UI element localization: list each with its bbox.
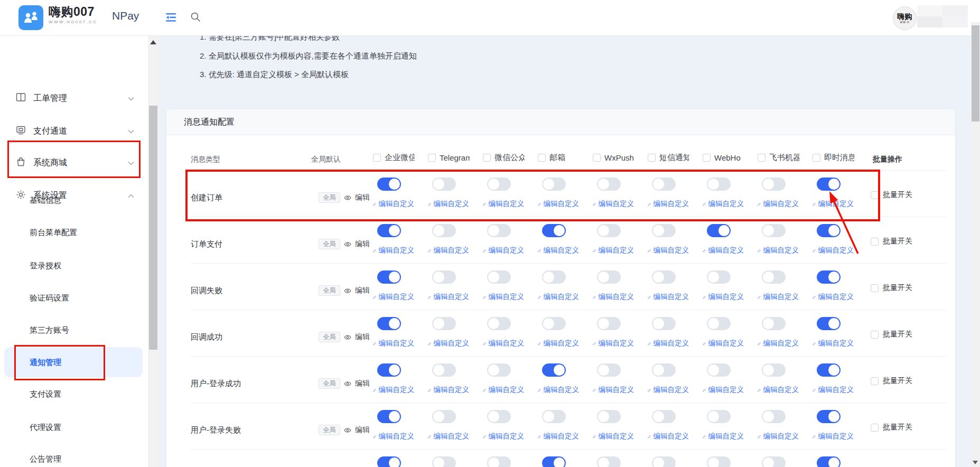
- notification-toggle[interactable]: [707, 456, 731, 467]
- notification-toggle[interactable]: [817, 317, 841, 330]
- notification-toggle[interactable]: [707, 224, 731, 237]
- notification-toggle[interactable]: [707, 270, 731, 284]
- notification-toggle[interactable]: [652, 410, 676, 423]
- notification-toggle[interactable]: [652, 317, 676, 330]
- sidebar-item-captcha[interactable]: 验证码设置: [0, 285, 148, 311]
- notification-toggle[interactable]: [762, 317, 786, 330]
- notification-toggle[interactable]: [377, 363, 401, 377]
- notification-toggle[interactable]: [762, 456, 786, 467]
- notification-toggle[interactable]: [487, 456, 511, 467]
- sidebar-group-system-mall[interactable]: 系统商城: [0, 148, 148, 178]
- edit-custom-link[interactable]: 编辑自定义: [373, 385, 414, 395]
- notification-toggle[interactable]: [597, 178, 621, 191]
- notification-toggle[interactable]: [432, 178, 456, 191]
- notification-toggle[interactable]: [487, 410, 511, 423]
- batch-toggle-checkbox[interactable]: [871, 284, 879, 292]
- channel-select-checkbox[interactable]: [373, 154, 381, 162]
- notification-toggle[interactable]: [707, 410, 731, 423]
- edit-custom-link[interactable]: 编辑自定义: [703, 199, 744, 209]
- user-avatar[interactable]: 嗨购 WW.H: [893, 6, 917, 30]
- notification-toggle[interactable]: [762, 270, 786, 284]
- notification-toggle[interactable]: [377, 270, 401, 284]
- notification-toggle[interactable]: [542, 224, 566, 237]
- channel-select-checkbox[interactable]: [703, 154, 711, 162]
- notification-toggle[interactable]: [542, 317, 566, 330]
- notification-toggle[interactable]: [817, 224, 841, 237]
- batch-toggle-checkbox[interactable]: [871, 331, 879, 339]
- global-edit-button[interactable]: 编辑: [355, 193, 370, 202]
- edit-custom-link[interactable]: 编辑自定义: [648, 292, 689, 302]
- edit-custom-link[interactable]: 编辑自定义: [593, 339, 634, 348]
- sidebar-item-third-party[interactable]: 第三方账号: [0, 317, 148, 343]
- edit-custom-link[interactable]: 编辑自定义: [538, 385, 579, 395]
- notification-toggle[interactable]: [377, 317, 401, 330]
- batch-toggle-checkbox[interactable]: [871, 191, 879, 199]
- edit-custom-link[interactable]: 编辑自定义: [428, 246, 469, 255]
- notification-toggle[interactable]: [377, 178, 401, 191]
- edit-custom-link[interactable]: 编辑自定义: [428, 199, 469, 209]
- edit-custom-link[interactable]: 编辑自定义: [373, 246, 414, 255]
- global-edit-button[interactable]: 编辑: [355, 379, 370, 388]
- notification-toggle[interactable]: [487, 178, 511, 191]
- notification-toggle[interactable]: [377, 410, 401, 423]
- batch-toggle-checkbox[interactable]: [871, 238, 879, 246]
- notification-toggle[interactable]: [542, 178, 566, 191]
- edit-custom-link[interactable]: 编辑自定义: [813, 246, 854, 255]
- preview-eye-icon[interactable]: [344, 426, 351, 435]
- notification-toggle[interactable]: [542, 410, 566, 423]
- notification-toggle[interactable]: [597, 270, 621, 284]
- channel-select-checkbox[interactable]: [758, 154, 766, 162]
- edit-custom-link[interactable]: 编辑自定义: [483, 246, 524, 255]
- batch-toggle-checkbox[interactable]: [871, 424, 879, 432]
- edit-custom-link[interactable]: 编辑自定义: [813, 199, 854, 209]
- edit-custom-link[interactable]: 编辑自定义: [373, 292, 414, 302]
- notification-toggle[interactable]: [762, 363, 786, 377]
- notification-toggle[interactable]: [542, 363, 566, 377]
- notification-toggle[interactable]: [597, 363, 621, 377]
- notification-toggle[interactable]: [817, 410, 841, 423]
- sidebar-group-payment-channel[interactable]: 支付通道: [0, 116, 148, 146]
- edit-custom-link[interactable]: 编辑自定义: [593, 199, 634, 209]
- notification-toggle[interactable]: [652, 178, 676, 191]
- notification-toggle[interactable]: [652, 270, 676, 284]
- edit-custom-link[interactable]: 编辑自定义: [648, 199, 689, 209]
- edit-custom-link[interactable]: 编辑自定义: [538, 339, 579, 348]
- page-scrollbar-thumb[interactable]: [972, 25, 979, 122]
- batch-toggle-checkbox[interactable]: [871, 377, 879, 385]
- edit-custom-link[interactable]: 编辑自定义: [648, 246, 689, 255]
- preview-eye-icon[interactable]: [344, 379, 351, 388]
- global-edit-button[interactable]: 编辑: [355, 239, 370, 249]
- notification-toggle[interactable]: [597, 224, 621, 237]
- sidebar-item-agent-settings[interactable]: 代理设置: [0, 414, 148, 441]
- edit-custom-link[interactable]: 编辑自定义: [538, 292, 579, 302]
- notification-toggle[interactable]: [542, 456, 566, 467]
- edit-custom-link[interactable]: 编辑自定义: [373, 199, 414, 209]
- notification-toggle[interactable]: [817, 270, 841, 284]
- notification-toggle[interactable]: [762, 224, 786, 237]
- notification-toggle[interactable]: [817, 363, 841, 377]
- notification-toggle[interactable]: [597, 456, 621, 467]
- notification-toggle[interactable]: [432, 317, 456, 330]
- edit-custom-link[interactable]: 编辑自定义: [483, 432, 524, 441]
- edit-custom-link[interactable]: 编辑自定义: [813, 339, 854, 348]
- notification-toggle[interactable]: [487, 317, 511, 330]
- edit-custom-link[interactable]: 编辑自定义: [373, 339, 414, 348]
- sidebar-item-login-auth[interactable]: 登录授权: [0, 253, 148, 279]
- edit-custom-link[interactable]: 编辑自定义: [758, 339, 799, 348]
- edit-custom-link[interactable]: 编辑自定义: [758, 199, 799, 209]
- channel-select-checkbox[interactable]: [813, 154, 820, 162]
- edit-custom-link[interactable]: 编辑自定义: [428, 432, 469, 441]
- channel-select-checkbox[interactable]: [648, 154, 656, 162]
- sidebar-item-front-menu[interactable]: 前台菜单配置: [0, 219, 148, 246]
- sidebar-item-basic-info[interactable]: 基础信息: [0, 187, 148, 213]
- notification-toggle[interactable]: [817, 456, 841, 467]
- edit-custom-link[interactable]: 编辑自定义: [428, 385, 469, 395]
- notification-toggle[interactable]: [377, 224, 401, 237]
- edit-custom-link[interactable]: 编辑自定义: [593, 385, 634, 395]
- edit-custom-link[interactable]: 编辑自定义: [648, 385, 689, 395]
- scroll-down-arrow-icon[interactable]: [973, 461, 978, 464]
- preview-eye-icon[interactable]: [344, 193, 351, 202]
- notification-toggle[interactable]: [652, 456, 676, 467]
- notification-toggle[interactable]: [652, 224, 676, 237]
- notification-toggle[interactable]: [652, 363, 676, 377]
